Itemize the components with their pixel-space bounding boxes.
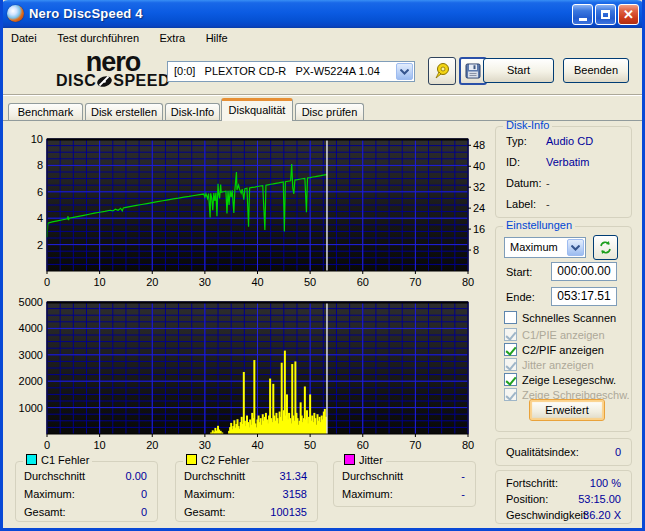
c1-total-value: 0 (141, 506, 147, 518)
checkbox-icon (504, 328, 517, 341)
progress-value: 100 % (590, 477, 621, 489)
app-window: Nero DiscSpeed 4 ✕ Datei Test durchführe… (0, 0, 645, 531)
speed-select[interactable]: Maximum (504, 237, 586, 258)
title-bar[interactable]: Nero DiscSpeed 4 ✕ (0, 0, 645, 28)
jitter-max-value: - (461, 488, 465, 500)
menu-test-durchfuehren[interactable]: Test durchführen (49, 29, 147, 44)
settings-title: Einstellungen (503, 219, 575, 231)
menu-hilfe[interactable]: Hilfe (198, 29, 236, 44)
c1-error-panel: C1 Fehler Durchschnitt 0.00 Maximum: 0 G… (15, 461, 158, 522)
disk-info-group: Disk-Info Typ: Audio CD ID: Verbatim Dat… (495, 126, 632, 218)
start-button[interactable]: Start (483, 58, 554, 83)
jitter-avg-value: - (461, 470, 465, 482)
jitter-max-label: Maximum: (342, 488, 393, 500)
svg-text:4: 4 (37, 212, 43, 224)
c1-total-label: Gesamt: (24, 506, 66, 518)
refresh-button[interactable] (593, 235, 618, 260)
checkbox-icon (504, 373, 517, 386)
progress-label: Fortschritt: (506, 477, 558, 489)
svg-text:5000: 5000 (19, 296, 43, 308)
minimize-button[interactable] (572, 4, 593, 25)
c1-avg-label: Durchschnitt (24, 470, 85, 482)
disc-logo-icon (96, 75, 113, 88)
svg-text:2000: 2000 (19, 375, 43, 387)
svg-text:10: 10 (94, 439, 106, 451)
start-field-label: Start: (506, 266, 532, 278)
svg-text:40: 40 (251, 439, 263, 451)
svg-text:20: 20 (146, 276, 158, 288)
drive-select[interactable]: [0:0] PLEXTOR CD-R PX-W5224A 1.04 (167, 61, 415, 82)
c2-avg-value: 31.34 (279, 470, 307, 482)
svg-text:24: 24 (473, 202, 485, 214)
c2-total-label: Gesamt: (184, 506, 226, 518)
svg-text:3000: 3000 (19, 349, 43, 361)
settings-group: Einstellungen Maximum Start: 000:00.00 E… (495, 226, 632, 432)
tab-disk-erstellen[interactable]: Disk erstellen (85, 103, 163, 120)
options-button[interactable] (428, 57, 456, 85)
svg-text:30: 30 (199, 439, 211, 451)
menu-extra[interactable]: Extra (152, 29, 194, 44)
window-title: Nero DiscSpeed 4 (29, 6, 143, 21)
disk-info-label: Typ: (506, 135, 527, 147)
svg-text:80: 80 (462, 276, 474, 288)
jitter-panel: Jitter Durchschnitt - Maximum: - (333, 461, 476, 507)
speed-label: Geschwindigkeit: (506, 509, 589, 521)
close-button[interactable]: ✕ (618, 4, 639, 25)
svg-text:8: 8 (37, 159, 43, 171)
tab-diskqualitaet[interactable]: Diskqualität (221, 98, 293, 121)
speed-quality-chart: 1086424840322416801020304050607080 (0, 125, 495, 288)
svg-text:0: 0 (44, 439, 50, 451)
svg-text:60: 60 (357, 276, 369, 288)
quality-index-group: Qualitätsindex: 0 (495, 438, 632, 466)
chevron-down-icon[interactable] (396, 63, 413, 80)
end-field[interactable]: 053:17.51 (551, 287, 617, 306)
c1-max-value: 0 (141, 488, 147, 500)
tab-disc-pruefen[interactable]: Disc prüfen (295, 103, 364, 120)
disk-info-value: - (546, 177, 550, 189)
svg-text:10: 10 (94, 276, 106, 288)
c2-max-label: Maximum: (184, 488, 235, 500)
svg-text:32: 32 (473, 181, 485, 193)
advanced-button[interactable]: Erweitert (529, 399, 605, 421)
quality-index-label: Qualitätsindex: (506, 446, 579, 458)
disk-info-value: - (546, 198, 550, 210)
app-icon (7, 5, 24, 22)
end-field-label: Ende: (506, 291, 535, 303)
speed-select-value: Maximum (510, 241, 558, 253)
svg-text:1000: 1000 (19, 402, 43, 414)
position-label: Position: (506, 493, 548, 505)
svg-text:80: 80 (462, 439, 474, 451)
disk-info-value: Verbatim (546, 156, 589, 168)
maximize-button[interactable] (595, 4, 616, 25)
svg-text:20: 20 (146, 439, 158, 451)
disk-info-label: Label: (506, 198, 536, 210)
checkbox-icon (504, 343, 517, 356)
toolbar: nero DISCSPEED [0:0] PLEXTOR CD-R PX-W52… (3, 48, 642, 95)
speed-value: 36.20 X (583, 509, 621, 521)
tab-strip-line (3, 120, 642, 121)
c1-max-label: Maximum: (24, 488, 75, 500)
save-icon (465, 63, 481, 79)
c1-panel-title: C1 Fehler (23, 454, 92, 466)
c2-panel-title: C2 Fehler (183, 454, 252, 466)
start-field[interactable]: 000:00.00 (551, 262, 617, 281)
options-icon (433, 62, 451, 80)
c2-error-chart: 5000400030002000100001020304050607080 (0, 288, 495, 451)
chevron-down-icon[interactable] (567, 239, 584, 256)
quit-button[interactable]: Beenden (563, 58, 629, 83)
jitter-legend-swatch-icon (344, 454, 355, 465)
svg-text:70: 70 (409, 276, 421, 288)
jitter-panel-title: Jitter (341, 454, 386, 466)
position-value: 53:15.00 (578, 493, 621, 505)
svg-text:70: 70 (409, 439, 421, 451)
tab-benchmark[interactable]: Benchmark (8, 103, 83, 120)
disk-info-label: Datum: (506, 177, 541, 189)
c1-legend-swatch-icon (26, 454, 37, 465)
minimize-icon (579, 18, 587, 21)
tab-disk-info[interactable]: Disk-Info (165, 103, 220, 120)
menu-datei[interactable]: Datei (3, 29, 45, 44)
svg-text:50: 50 (304, 439, 316, 451)
close-icon: ✕ (623, 7, 634, 22)
c1-avg-value: 0.00 (126, 470, 147, 482)
quality-index-value: 0 (615, 446, 621, 458)
